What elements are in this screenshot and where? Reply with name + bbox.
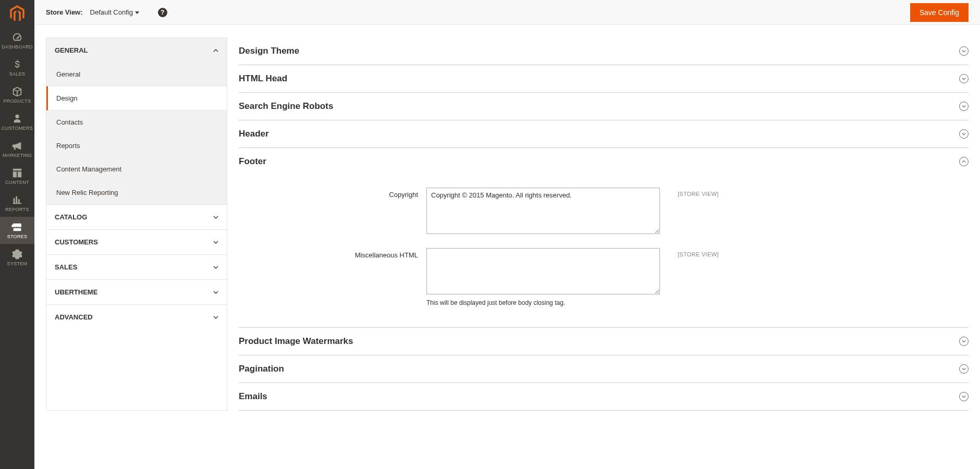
config-subitem-new-relic[interactable]: New Relic Reporting: [46, 181, 227, 204]
expand-icon: [959, 392, 969, 401]
nav-label: STORES: [7, 234, 28, 239]
section-title: HTML Head: [239, 73, 287, 84]
config-subitem-content-management[interactable]: Content Management: [46, 157, 227, 181]
nav-customers[interactable]: CUSTOMERS: [0, 108, 34, 135]
nav-label: CONTENT: [5, 180, 29, 185]
config-group-head-customers[interactable]: CUSTOMERS: [46, 230, 227, 254]
config-group-label: ADVANCED: [55, 313, 93, 321]
chevron-down-icon: [213, 215, 218, 220]
nav-marketing[interactable]: MARKETING: [0, 135, 34, 163]
section-title: Design Theme: [239, 46, 299, 56]
config-group-label: SALES: [55, 263, 77, 271]
section-head-footer[interactable]: Footer: [239, 148, 969, 175]
expand-icon: [959, 102, 969, 111]
nav-reports[interactable]: REPORTS: [0, 190, 34, 217]
store-view-switcher[interactable]: Default Config: [90, 8, 139, 16]
chevron-up-icon: [213, 48, 218, 53]
field-misc-html: Miscellaneous HTML This will be displaye…: [239, 245, 969, 310]
config-group-head-catalog[interactable]: CATALOG: [46, 205, 227, 229]
chevron-down-icon: [213, 265, 218, 270]
config-group-head-advanced[interactable]: ADVANCED: [46, 305, 227, 329]
config-sidebar: GENERAL General Design Contacts Reports …: [46, 38, 227, 411]
config-group-head-ubertheme[interactable]: UBERTHEME: [46, 280, 227, 304]
section-footer: Footer Copyright [STORE VIEW] Miscellane…: [239, 148, 969, 328]
field-label-copyright: Copyright: [239, 188, 426, 236]
section-product-image-watermarks: Product Image Watermarks: [239, 328, 969, 355]
section-title: Pagination: [239, 364, 284, 374]
nav-label: SYSTEM: [7, 261, 28, 266]
magento-logo[interactable]: [0, 0, 34, 27]
section-title: Product Image Watermarks: [239, 336, 353, 347]
field-scope-copyright: [STORE VIEW]: [660, 188, 719, 236]
chevron-down-icon: [213, 240, 218, 245]
chevron-down-icon: [213, 315, 218, 320]
nav-stores[interactable]: STORES: [0, 217, 34, 244]
config-group-sales: SALES: [46, 255, 227, 280]
magento-logo-icon: [10, 5, 24, 22]
section-head-pagination[interactable]: Pagination: [239, 355, 969, 382]
config-subitem-contacts[interactable]: Contacts: [46, 110, 227, 134]
nav-label: CUSTOMERS: [2, 126, 33, 131]
field-copyright: Copyright [STORE VIEW]: [239, 184, 969, 239]
section-head-emails[interactable]: Emails: [239, 383, 969, 410]
section-head-search-engine-robots[interactable]: Search Engine Robots: [239, 93, 969, 120]
misc-html-textarea[interactable]: [426, 248, 660, 294]
section-html-head: HTML Head: [239, 65, 969, 93]
person-icon: [11, 113, 23, 125]
config-group-catalog: CATALOG: [46, 205, 227, 230]
field-control-misc-html: This will be displayed just before body …: [426, 248, 660, 306]
section-design-theme: Design Theme: [239, 38, 969, 65]
gauge-icon: [11, 32, 23, 43]
config-subitems-general: General Design Contacts Reports Content …: [46, 63, 227, 204]
admin-nav: DASHBOARD SALES PRODUCTS CUSTOMERS MARKE…: [0, 0, 34, 423]
field-scope-misc-html: [STORE VIEW]: [660, 248, 719, 306]
section-pagination: Pagination: [239, 355, 969, 383]
box-icon: [11, 86, 23, 97]
copyright-textarea[interactable]: [426, 188, 660, 234]
expand-icon: [959, 337, 969, 346]
bar-chart-icon: [11, 194, 23, 206]
nav-label: SALES: [9, 71, 26, 77]
page: Store View: Default Config ? Save Config…: [34, 0, 980, 423]
megaphone-icon: [11, 140, 23, 152]
section-title: Footer: [239, 156, 266, 167]
nav-label: PRODUCTS: [4, 98, 31, 104]
nav-label: REPORTS: [5, 207, 29, 212]
store-icon: [11, 221, 23, 233]
nav-content[interactable]: CONTENT: [0, 163, 34, 190]
header-bar: Store View: Default Config ? Save Config: [34, 0, 980, 25]
config-group-label: UBERTHEME: [55, 288, 97, 296]
config-group-general: GENERAL General Design Contacts Reports …: [46, 38, 227, 205]
section-emails: Emails: [239, 383, 969, 411]
section-head-header[interactable]: Header: [239, 120, 969, 147]
config-subitem-general[interactable]: General: [46, 63, 227, 86]
section-head-design-theme[interactable]: Design Theme: [239, 38, 969, 65]
store-view-label: Store View:: [46, 8, 83, 16]
chevron-down-icon: [135, 11, 139, 14]
config-group-label: CUSTOMERS: [55, 238, 98, 246]
nav-dashboard[interactable]: DASHBOARD: [0, 27, 34, 54]
section-header: Header: [239, 120, 969, 148]
help-icon[interactable]: ?: [158, 8, 167, 17]
nav-sales[interactable]: SALES: [0, 54, 34, 81]
section-head-html-head[interactable]: HTML Head: [239, 65, 969, 92]
nav-system[interactable]: SYSTEM: [0, 244, 34, 271]
config-group-customers: CUSTOMERS: [46, 230, 227, 255]
collapse-icon: [959, 157, 969, 166]
nav-products[interactable]: PRODUCTS: [0, 81, 34, 108]
config-group-advanced: ADVANCED: [46, 305, 227, 329]
save-config-button[interactable]: Save Config: [910, 3, 969, 22]
section-head-product-image-watermarks[interactable]: Product Image Watermarks: [239, 328, 969, 355]
config-group-head-general[interactable]: GENERAL: [46, 38, 227, 63]
config-main: Design Theme HTML Head Search Engine Rob…: [239, 38, 969, 411]
section-title: Header: [239, 129, 269, 139]
nav-label: DASHBOARD: [2, 44, 33, 50]
config-subitem-reports[interactable]: Reports: [46, 134, 227, 157]
field-label-misc-html: Miscellaneous HTML: [239, 248, 426, 306]
field-control-copyright: [426, 188, 660, 236]
config-subitem-design[interactable]: Design: [46, 86, 227, 110]
config-group-label: GENERAL: [55, 46, 88, 54]
section-title: Search Engine Robots: [239, 101, 333, 112]
config-group-head-sales[interactable]: SALES: [46, 255, 227, 279]
misc-html-note: This will be displayed just before body …: [426, 296, 660, 306]
